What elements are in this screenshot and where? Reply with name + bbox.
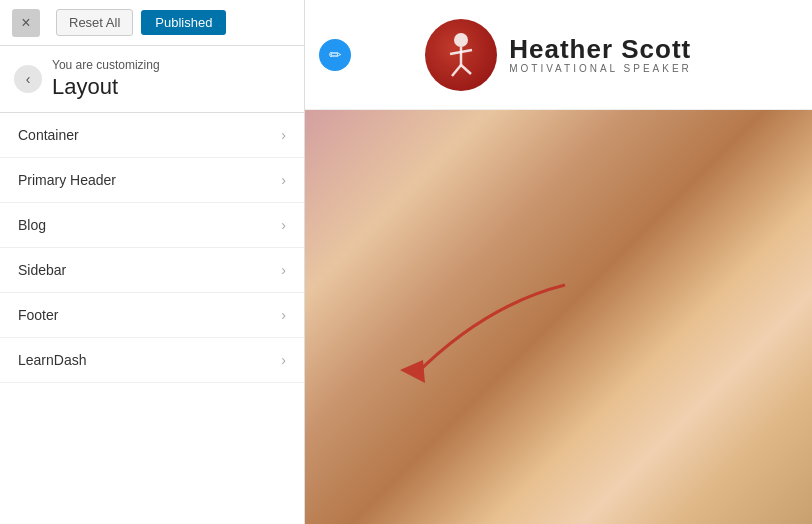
preview-hero	[305, 110, 812, 524]
chevron-right-icon: ›	[281, 307, 286, 323]
preview-header: ✏ Heather Scott Motivationa	[305, 0, 812, 110]
back-arrow-icon: ‹	[26, 71, 31, 87]
brand-name: Heather Scott	[509, 35, 692, 64]
back-button[interactable]: ‹	[14, 65, 42, 93]
chevron-right-icon: ›	[281, 172, 286, 188]
menu-item-label: Blog	[18, 217, 46, 233]
menu-item-label: Sidebar	[18, 262, 66, 278]
logo-svg	[436, 30, 486, 80]
menu-list: Container › Primary Header › Blog › Side…	[0, 113, 304, 524]
chevron-right-icon: ›	[281, 217, 286, 233]
brand-tagline: Motivational Speaker	[509, 63, 692, 74]
customizing-label: You are customizing	[52, 58, 160, 74]
menu-item-sidebar[interactable]: Sidebar ›	[0, 248, 304, 293]
pencil-icon: ✏	[329, 46, 342, 64]
close-button[interactable]: ×	[12, 9, 40, 37]
chevron-right-icon: ›	[281, 352, 286, 368]
menu-item-footer[interactable]: Footer ›	[0, 293, 304, 338]
logo-circle	[425, 19, 497, 91]
hero-background	[305, 110, 812, 524]
right-panel: ✏ Heather Scott Motivationa	[305, 0, 812, 524]
svg-line-4	[461, 65, 471, 74]
menu-item-label: Footer	[18, 307, 58, 323]
menu-item-blog[interactable]: Blog ›	[0, 203, 304, 248]
brand-logo: Heather Scott Motivational Speaker	[425, 19, 692, 91]
menu-item-label: Container	[18, 127, 79, 143]
published-button[interactable]: Published	[141, 10, 226, 35]
chevron-right-icon: ›	[281, 127, 286, 143]
menu-item-learndash[interactable]: LearnDash ›	[0, 338, 304, 383]
customizing-title: Layout	[52, 74, 160, 100]
customizing-text: You are customizing Layout	[52, 58, 160, 100]
chevron-right-icon: ›	[281, 262, 286, 278]
brand-text: Heather Scott Motivational Speaker	[509, 35, 692, 75]
menu-item-primary-header[interactable]: Primary Header ›	[0, 158, 304, 203]
menu-item-label: Primary Header	[18, 172, 116, 188]
customizing-header: ‹ You are customizing Layout	[0, 46, 304, 113]
edit-pencil-button[interactable]: ✏	[319, 39, 351, 71]
reset-all-button[interactable]: Reset All	[56, 9, 133, 36]
top-bar: × Reset All Published	[0, 0, 304, 46]
close-icon: ×	[21, 14, 30, 32]
menu-item-container[interactable]: Container ›	[0, 113, 304, 158]
menu-item-label: LearnDash	[18, 352, 87, 368]
svg-point-0	[454, 33, 468, 47]
svg-line-3	[452, 65, 461, 76]
left-panel: × Reset All Published ‹ You are customiz…	[0, 0, 305, 524]
